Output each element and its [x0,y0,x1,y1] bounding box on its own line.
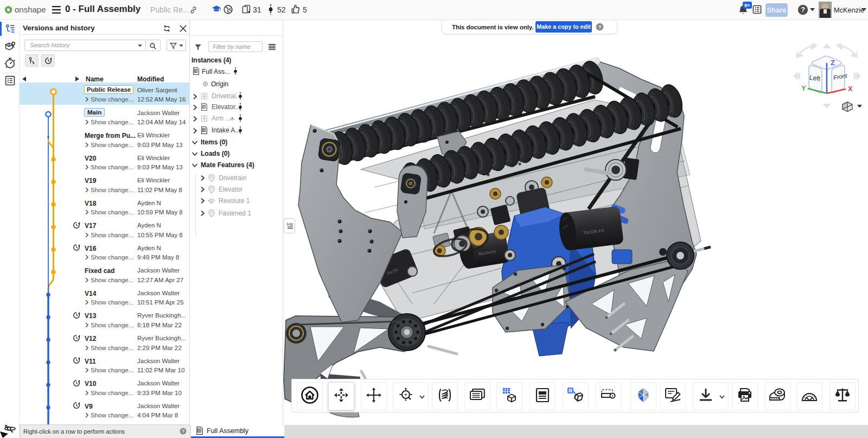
svg-text:Y: Y [801,84,806,92]
svg-text:?: ? [801,6,805,14]
svg-text:Z: Z [831,59,835,67]
svg-text:?: ? [598,24,602,30]
svg-text:Left: Left [809,74,821,83]
svg-text:X: X [848,85,853,93]
svg-text:9+: 9+ [744,2,750,8]
svg-text:?: ? [182,429,184,434]
